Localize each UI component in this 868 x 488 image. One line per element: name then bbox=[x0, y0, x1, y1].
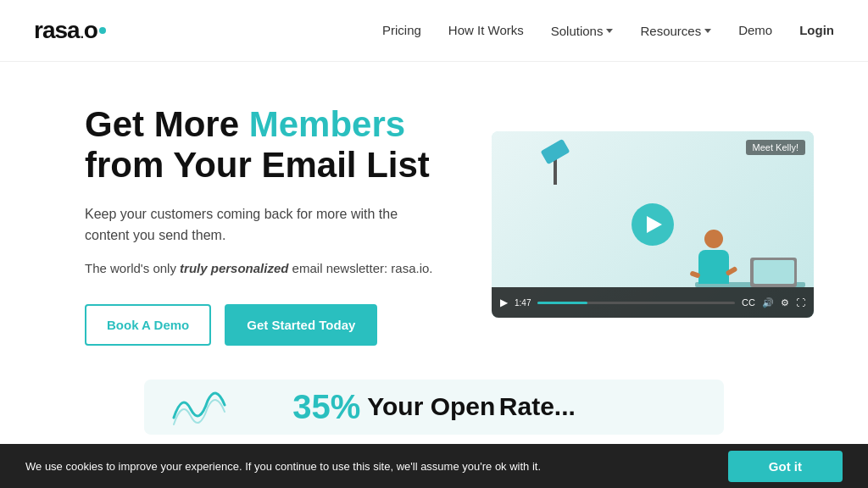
nav-item-demo[interactable]: Demo bbox=[738, 23, 772, 38]
hero-subtitle2-italic: truly personalized bbox=[180, 261, 288, 275]
hero-title: Get More Members from Your Email List bbox=[85, 104, 441, 186]
hero-subtitle: Keep your customers coming back for more… bbox=[85, 203, 441, 247]
nav-menu: Pricing How It Works Solutions Resources… bbox=[382, 23, 834, 38]
hero-subtitle-2: The world's only truly personalized emai… bbox=[85, 258, 441, 279]
logo-text: rasa bbox=[34, 17, 80, 43]
play-icon bbox=[647, 216, 662, 233]
person-body bbox=[698, 250, 729, 284]
stats-strip: 35% Your Open Rate... bbox=[144, 380, 724, 435]
nav-item-pricing[interactable]: Pricing bbox=[382, 23, 421, 38]
hero-title-plain: Get More bbox=[85, 104, 249, 144]
person-head bbox=[704, 230, 723, 248]
nav-link-pricing[interactable]: Pricing bbox=[382, 23, 421, 37]
nav-item-resources[interactable]: Resources bbox=[640, 24, 711, 38]
nav-item-how-it-works[interactable]: How It Works bbox=[448, 23, 524, 38]
person-character bbox=[698, 230, 729, 284]
nav-link-demo[interactable]: Demo bbox=[738, 23, 772, 37]
cookie-accept-button[interactable]: Got it bbox=[728, 451, 843, 482]
stat-number: 35% bbox=[292, 388, 360, 426]
book-demo-button[interactable]: Book A Demo bbox=[85, 304, 211, 346]
laptop-screen bbox=[754, 260, 794, 284]
logo-o: o bbox=[84, 17, 97, 43]
cookie-banner: We use cookies to improve your experienc… bbox=[0, 444, 868, 488]
cookie-message: We use cookies to improve your experienc… bbox=[25, 460, 541, 473]
nav-link-login[interactable]: Login bbox=[799, 23, 834, 37]
get-started-button[interactable]: Get Started Today bbox=[225, 304, 377, 346]
hero-section: Get More Members from Your Email List Ke… bbox=[0, 62, 868, 371]
nav-link-how-it-works[interactable]: How It Works bbox=[448, 23, 524, 37]
nav-item-login[interactable]: Login bbox=[799, 23, 834, 38]
meet-kelly-badge: Meet Kelly! bbox=[746, 140, 805, 155]
video-controls-bar: ▶ 1:47 CC 🔊 ⚙ ⛶ bbox=[492, 287, 814, 318]
nav-item-solutions[interactable]: Solutions bbox=[551, 24, 614, 38]
hero-subtitle2-plain2: email newsletter: rasa.io. bbox=[288, 261, 432, 275]
video-settings-icon[interactable]: ⚙ bbox=[781, 297, 789, 308]
wave-decoration bbox=[170, 384, 229, 430]
stat-label-start: Your Open bbox=[367, 392, 495, 421]
logo-teal-dot bbox=[99, 27, 106, 34]
laptop-decoration bbox=[750, 258, 797, 287]
hero-buttons: Book A Demo Get Started Today bbox=[85, 304, 441, 346]
hero-text-block: Get More Members from Your Email List Ke… bbox=[85, 104, 441, 346]
hero-title-line2: from Your Email List bbox=[85, 145, 430, 185]
hero-title-accent: Members bbox=[249, 104, 405, 144]
video-progress-bar[interactable] bbox=[537, 302, 735, 304]
logo[interactable]: rasa.o bbox=[34, 17, 106, 44]
video-controls-play-icon[interactable]: ▶ bbox=[500, 297, 508, 308]
video-timestamp: 1:47 bbox=[515, 298, 531, 308]
video-progress-fill bbox=[537, 302, 587, 304]
chevron-down-icon bbox=[704, 29, 711, 33]
video-cc-icon[interactable]: CC bbox=[742, 297, 755, 308]
video-play-button[interactable] bbox=[632, 203, 674, 246]
lamp-decoration bbox=[542, 144, 568, 186]
navbar: rasa.o Pricing How It Works Solutions Re… bbox=[0, 0, 868, 62]
nav-link-resources[interactable]: Resources bbox=[640, 24, 701, 38]
person-body-wrap bbox=[698, 250, 729, 284]
video-player[interactable]: Meet Kelly! ▶ 1:47 CC 🔊 ⚙ ⛶ bbox=[492, 131, 814, 318]
video-fullscreen-icon[interactable]: ⛶ bbox=[796, 297, 805, 308]
video-volume-icon[interactable]: 🔊 bbox=[762, 297, 774, 308]
lamp-arm bbox=[554, 159, 557, 185]
nav-link-solutions[interactable]: Solutions bbox=[551, 24, 604, 38]
stat-label-end: Rate... bbox=[499, 392, 576, 421]
hero-subtitle2-plain1: The world's only bbox=[85, 261, 180, 275]
chevron-down-icon bbox=[606, 29, 613, 33]
